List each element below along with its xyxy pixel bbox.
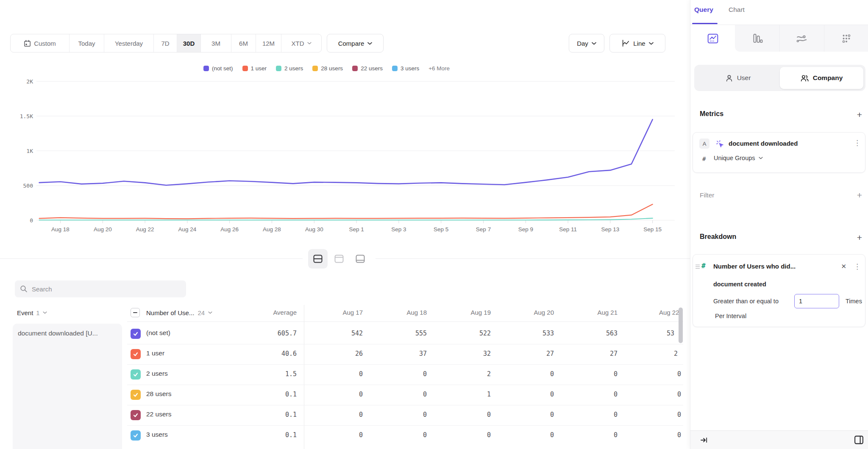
cell-value: 2: [440, 370, 491, 378]
cell-value: 522: [440, 330, 491, 337]
legend-item[interactable]: (not set): [203, 65, 233, 72]
table-scrollbar[interactable]: [679, 308, 683, 343]
series-checkbox[interactable]: [131, 369, 141, 380]
compare-button[interactable]: Compare: [327, 34, 384, 53]
legend-item[interactable]: 1 user: [242, 65, 267, 72]
table-only-view-button[interactable]: [351, 249, 370, 269]
date-range-3m[interactable]: 3M: [201, 34, 231, 52]
user-icon: [726, 75, 733, 82]
metric-card[interactable]: A document downloaded ⋮ # Unique Groups: [693, 132, 865, 173]
select-all-checkbox[interactable]: [131, 308, 140, 317]
breakdown-card[interactable]: # Number of Users who did... ✕ ⋮ documen…: [693, 254, 865, 327]
series-label[interactable]: 3 users: [146, 431, 168, 438]
collapse-right-icon[interactable]: [700, 436, 708, 444]
y-axis-label: 1K: [26, 148, 33, 154]
date-range-label: 6M: [239, 40, 248, 47]
series-line: [39, 119, 653, 185]
average-value: 0.1: [237, 391, 297, 398]
table-row: 22 users0.1000000: [0, 405, 690, 425]
breakdown-event-name[interactable]: document created: [713, 281, 766, 288]
date-range-yesterday[interactable]: Yesterday: [104, 34, 154, 52]
chart-type-scatter-tab[interactable]: [824, 25, 868, 52]
chevron-down-icon: [307, 42, 312, 44]
measure-dropdown[interactable]: Unique Groups: [714, 155, 763, 161]
x-axis-label: Sep 5: [434, 226, 448, 233]
add-filter-button[interactable]: +: [857, 191, 862, 200]
split-view-button[interactable]: [308, 249, 328, 269]
chart-type-tabs: [690, 25, 868, 52]
series-column-header[interactable]: Number of Use... 24: [146, 304, 212, 321]
cell-value: 0: [677, 431, 681, 439]
tab-query[interactable]: Query: [694, 6, 713, 14]
series-checkbox[interactable]: [131, 390, 141, 400]
check-icon: [133, 412, 139, 418]
series-label[interactable]: 2 users: [146, 370, 168, 377]
date-range-custom[interactable]: Custom: [11, 34, 70, 52]
legend-item[interactable]: 22 users: [352, 65, 383, 72]
cell-value: 0: [567, 431, 618, 439]
add-metric-button[interactable]: +: [857, 110, 862, 119]
x-axis-label: Sep 7: [476, 226, 491, 233]
cell-value: 0: [440, 411, 491, 419]
legend-swatch: [352, 66, 358, 71]
date-range-30d[interactable]: 30D: [177, 34, 201, 52]
x-axis-label: Sep 3: [391, 226, 406, 233]
series-label[interactable]: (not set): [146, 329, 170, 337]
cell-value: 0: [503, 391, 554, 398]
user-toggle-label: User: [737, 74, 751, 82]
date-range-6m[interactable]: 6M: [231, 34, 256, 52]
cell-value: 0: [440, 431, 491, 439]
series-label[interactable]: 28 users: [146, 390, 171, 398]
legend-label: 28 users: [321, 65, 343, 72]
condition-value-input[interactable]: [794, 294, 839, 308]
panel-layout-icon[interactable]: [854, 435, 864, 445]
date-range-12m[interactable]: 12M: [256, 34, 281, 52]
metric-event-icon: [716, 140, 724, 148]
chart-only-view-button[interactable]: [329, 249, 349, 269]
legend-more-link[interactable]: +6 More: [428, 65, 450, 72]
cell-value: 1: [440, 391, 491, 398]
cell-value: 27: [503, 350, 554, 358]
sidebar-footer: [690, 430, 868, 449]
chart-type-dropdown[interactable]: Line: [609, 34, 665, 53]
series-checkbox[interactable]: [131, 410, 141, 420]
legend-item[interactable]: 28 users: [312, 65, 343, 72]
search-input[interactable]: [32, 285, 172, 293]
breakdown-title[interactable]: Number of Users who did...: [713, 263, 796, 270]
company-toggle[interactable]: Company: [780, 67, 863, 89]
close-icon[interactable]: ✕: [841, 263, 846, 270]
per-interval-label[interactable]: Per Interval: [715, 313, 746, 319]
cell-value: 0: [503, 431, 554, 439]
x-axis-label: Sep 9: [518, 226, 533, 233]
series-checkbox[interactable]: [131, 430, 141, 441]
chart-type-bar-tab[interactable]: [735, 25, 779, 52]
chevron-down-icon: [592, 42, 596, 45]
kebab-menu-icon[interactable]: ⋮: [854, 263, 861, 270]
series-checkbox[interactable]: [131, 349, 141, 359]
drag-handle-icon[interactable]: [696, 265, 700, 270]
tab-chart[interactable]: Chart: [729, 6, 745, 14]
user-toggle[interactable]: User: [696, 67, 780, 89]
x-axis-label: Aug 24: [178, 226, 197, 233]
date-range-today[interactable]: Today: [70, 34, 104, 52]
date-range-xtd[interactable]: XTD: [281, 34, 321, 52]
x-axis-label: Aug 22: [136, 226, 154, 233]
series-count: 24: [198, 309, 205, 316]
kebab-menu-icon[interactable]: ⋮: [854, 139, 861, 147]
x-axis-label: Aug 18: [51, 226, 70, 233]
event-column-header[interactable]: Event 1: [17, 304, 47, 321]
series-checkbox[interactable]: [131, 329, 141, 339]
cell-value: 555: [376, 330, 427, 337]
interval-dropdown[interactable]: Day: [569, 34, 604, 53]
series-label[interactable]: 1 user: [146, 349, 164, 357]
date-range-7d[interactable]: 7D: [154, 34, 177, 52]
x-axis-label: Aug 30: [305, 226, 323, 233]
add-breakdown-button[interactable]: +: [857, 233, 862, 242]
legend-item[interactable]: 2 users: [276, 65, 303, 72]
chart-type-line-tab[interactable]: [690, 25, 735, 52]
series-label[interactable]: 22 users: [146, 410, 171, 418]
average-value: 0.1: [237, 411, 297, 419]
metric-event-name[interactable]: document downloaded: [729, 140, 798, 147]
chart-type-flow-tab[interactable]: [779, 25, 824, 52]
legend-item[interactable]: 3 users: [392, 65, 419, 72]
